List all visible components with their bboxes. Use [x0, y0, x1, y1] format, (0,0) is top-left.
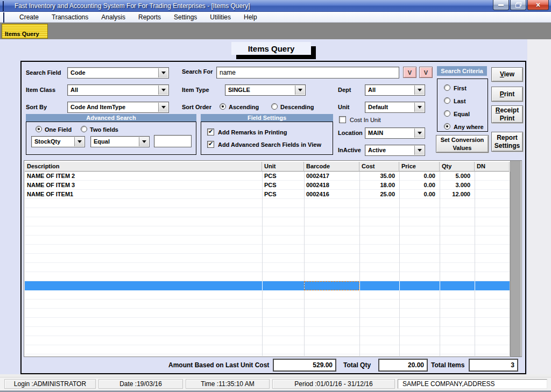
chevron-down-icon[interactable]: [158, 103, 168, 112]
open-windows-bar: Items Query: [0, 23, 551, 39]
close-button[interactable]: ×: [527, 0, 549, 10]
table-cell[interactable]: 0002418: [304, 181, 359, 190]
table-cell[interactable]: 3.000: [440, 181, 475, 190]
radio-anywhere[interactable]: [444, 123, 450, 130]
v-button-2[interactable]: V: [419, 67, 433, 78]
radio-last[interactable]: [444, 97, 450, 104]
set-conversion-values-button[interactable]: Set Conversion Values: [436, 135, 489, 153]
col-header-description[interactable]: Description: [25, 162, 262, 172]
receipt-print-button[interactable]: Receipt Print: [491, 105, 523, 123]
mdi-app-icon[interactable]: [3, 12, 4, 23]
table-row[interactable]: NAME OF ITEM 3: [25, 181, 262, 190]
checkbox-add-adv-fields[interactable]: ✔: [207, 141, 214, 148]
view-button[interactable]: View: [491, 67, 523, 82]
table-cell[interactable]: 35.00: [359, 172, 399, 181]
item-type-select[interactable]: SINGLE: [225, 84, 306, 96]
table-cell[interactable]: 25.00: [359, 190, 399, 199]
chevron-down-icon[interactable]: [295, 85, 305, 95]
col-header-unit[interactable]: Unit: [262, 162, 304, 172]
table-cell[interactable]: PCS: [262, 181, 304, 190]
menu-utilities[interactable]: Utilities: [203, 12, 237, 23]
table-cell[interactable]: PCS: [262, 190, 304, 199]
chevron-down-icon[interactable]: [74, 137, 84, 146]
chevron-down-icon[interactable]: [158, 85, 168, 95]
radio-ascending[interactable]: [220, 103, 226, 110]
vertical-scrollbar[interactable]: [510, 161, 521, 357]
advanced-value-input[interactable]: [154, 135, 192, 147]
title-bar[interactable]: Fast Inventory and Accounting System For…: [0, 0, 551, 12]
equal-label[interactable]: Equal: [454, 111, 470, 117]
location-select[interactable]: MAIN: [365, 127, 425, 139]
table-cell[interactable]: 0.00: [399, 172, 440, 181]
tab-items-query[interactable]: Items Query: [2, 24, 48, 39]
col-header-barcode[interactable]: Barcode: [304, 162, 359, 172]
table-cell[interactable]: [475, 190, 510, 199]
table-cell[interactable]: [475, 181, 510, 190]
radio-first[interactable]: [444, 84, 450, 91]
report-settings-button[interactable]: Report Settings: [491, 132, 523, 152]
chevron-down-icon[interactable]: [414, 146, 424, 155]
table-cell[interactable]: 0002416: [304, 190, 359, 199]
item-class-select[interactable]: All: [67, 84, 169, 96]
radio-one-field[interactable]: [36, 126, 42, 132]
add-adv-fields-label[interactable]: Add Advanced Search Fields in View: [218, 141, 321, 148]
menu-transactions[interactable]: Transactions: [45, 12, 95, 23]
table-cell[interactable]: 12.000: [440, 190, 475, 199]
v-button-1[interactable]: V: [403, 67, 416, 78]
anywhere-label[interactable]: Any where: [454, 124, 484, 130]
focused-cell[interactable]: [304, 281, 359, 290]
first-label[interactable]: First: [454, 85, 467, 91]
dept-select[interactable]: All: [365, 84, 425, 96]
cost-in-unit-label[interactable]: Cost In Unit: [350, 117, 380, 123]
search-field-select[interactable]: Code: [67, 67, 169, 79]
chevron-down-icon[interactable]: [158, 68, 168, 77]
search-for-input[interactable]: name: [216, 67, 399, 79]
last-label[interactable]: Last: [454, 98, 466, 104]
add-remarks-label[interactable]: Add Remarks in Printing: [218, 129, 287, 136]
table-row[interactable]: NAME OF ITEM1: [25, 190, 262, 199]
table-cell[interactable]: 0002417: [304, 172, 359, 181]
col-header-cost[interactable]: Cost: [359, 162, 399, 172]
inactive-value: Active: [368, 147, 386, 153]
ascending-label[interactable]: Ascending: [229, 104, 259, 110]
menu-create[interactable]: Create: [13, 12, 45, 23]
col-header-dn[interactable]: DN: [475, 162, 510, 172]
menu-analysis[interactable]: Analysis: [95, 12, 132, 23]
selected-row[interactable]: [25, 281, 510, 290]
menu-reports[interactable]: Reports: [132, 12, 167, 23]
table-row[interactable]: NAME OF ITEM 2: [25, 172, 262, 181]
table-cell[interactable]: 0.00: [399, 190, 440, 199]
unit-select[interactable]: Default: [365, 102, 425, 113]
chevron-down-icon[interactable]: [139, 137, 149, 146]
table-cell[interactable]: PCS: [262, 172, 304, 181]
col-header-price[interactable]: Price: [399, 162, 440, 172]
col-header-qty[interactable]: Qty: [440, 162, 475, 172]
radio-equal[interactable]: [444, 110, 450, 117]
location-label: Location: [338, 130, 363, 136]
checkbox-add-remarks[interactable]: ✔: [207, 129, 214, 136]
advanced-field-select[interactable]: StockQty: [31, 136, 85, 147]
table-cell[interactable]: 0.00: [399, 181, 440, 190]
menu-help[interactable]: Help: [237, 12, 264, 23]
total-qty-label: Total Qty: [343, 361, 371, 369]
advanced-operator-select[interactable]: Equal: [90, 136, 150, 147]
menu-settings[interactable]: Settings: [167, 12, 203, 23]
table-cell[interactable]: 5.000: [440, 172, 475, 181]
chevron-down-icon[interactable]: [414, 103, 424, 112]
inactive-select[interactable]: Active: [365, 145, 425, 156]
radio-two-fields[interactable]: [81, 126, 87, 132]
one-field-label[interactable]: One Field: [45, 126, 72, 133]
print-button[interactable]: Print: [491, 87, 523, 102]
checkbox-cost-in-unit[interactable]: [339, 116, 346, 123]
sort-by-select[interactable]: Code And ItemType: [67, 102, 169, 113]
chevron-down-icon[interactable]: [414, 129, 424, 138]
descending-label[interactable]: Descending: [280, 104, 314, 110]
two-fields-label[interactable]: Two fields: [90, 126, 118, 133]
table-cell[interactable]: [475, 172, 510, 181]
minimize-button[interactable]: [493, 0, 509, 10]
advanced-search-header: Advanced Search: [26, 114, 196, 122]
radio-descending[interactable]: [271, 103, 278, 110]
chevron-down-icon[interactable]: [414, 85, 424, 95]
restore-button[interactable]: [510, 0, 526, 10]
table-cell[interactable]: 18.00: [359, 181, 399, 190]
